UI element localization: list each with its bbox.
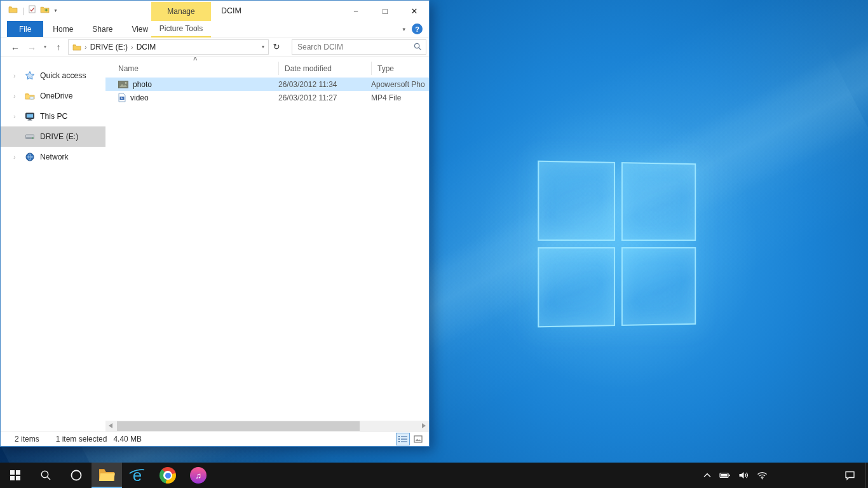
sidebar-item-drive-e[interactable]: DRIVE (E:) bbox=[1, 126, 105, 147]
large-icons-view-icon bbox=[414, 435, 423, 443]
sidebar-item-label: DRIVE (E:) bbox=[40, 132, 78, 141]
column-header-name[interactable]: Name bbox=[118, 64, 139, 73]
file-row-video[interactable]: video 26/03/2012 11:27 MP4 File bbox=[105, 91, 429, 104]
help-button[interactable]: ? bbox=[412, 24, 423, 34]
properties-icon bbox=[29, 5, 36, 13]
search-input[interactable] bbox=[292, 39, 426, 55]
folder-icon bbox=[8, 5, 18, 13]
network-wifi-icon[interactable] bbox=[757, 471, 768, 480]
taskbar: e ♫ bbox=[0, 463, 868, 488]
contextual-tab-manage[interactable]: Manage bbox=[151, 2, 211, 21]
breadcrumb-folder[interactable]: DCIM bbox=[137, 43, 156, 51]
system-tray bbox=[703, 463, 768, 488]
forward-button[interactable]: → bbox=[24, 42, 40, 52]
address-dropdown[interactable]: ▾ bbox=[262, 44, 264, 50]
chrome-button[interactable] bbox=[153, 463, 183, 488]
name-cell: video bbox=[105, 93, 278, 102]
show-desktop-button[interactable] bbox=[865, 463, 868, 488]
new-folder-button[interactable] bbox=[40, 5, 50, 15]
expand-chevron-icon[interactable]: › bbox=[13, 92, 20, 100]
address-bar[interactable]: › DRIVE (E:) › DCIM ▾ bbox=[68, 39, 269, 55]
up-button[interactable]: ↑ bbox=[50, 42, 67, 52]
taskbar-search-button[interactable] bbox=[31, 463, 61, 488]
recent-locations-dropdown[interactable]: ▾ bbox=[40, 44, 50, 50]
date-modified-cell: 26/03/2012 11:34 bbox=[278, 80, 371, 89]
expand-ribbon-button[interactable]: ▾ bbox=[402, 26, 405, 32]
maximize-button[interactable]: □ bbox=[370, 1, 400, 21]
type-cell: Apowersoft Pho bbox=[371, 80, 429, 89]
tab-picture-tools[interactable]: Picture Tools bbox=[151, 21, 211, 37]
window-title: DCIM bbox=[221, 6, 241, 15]
sidebar-item-onedrive[interactable]: › OneDrive bbox=[1, 86, 105, 106]
qat-customize-dropdown[interactable]: ▾ bbox=[54, 8, 57, 13]
new-folder-icon bbox=[40, 5, 50, 13]
status-bar: 2 items 1 item selected 4.40 MB bbox=[1, 431, 429, 446]
sidebar-item-quick-access[interactable]: › Quick access bbox=[1, 65, 105, 86]
items-count: 2 items bbox=[15, 435, 39, 444]
breadcrumb-drive[interactable]: DRIVE (E:) bbox=[90, 43, 128, 51]
column-header-type[interactable]: Type bbox=[377, 64, 394, 73]
file-name: photo bbox=[133, 80, 152, 89]
column-separator[interactable] bbox=[278, 62, 279, 75]
action-center-icon bbox=[844, 470, 855, 480]
internet-explorer-button[interactable]: e bbox=[122, 463, 153, 488]
navigation-pane: › Quick access › OneDrive › This PC bbox=[1, 57, 105, 431]
close-button[interactable]: ✕ bbox=[400, 1, 429, 21]
expand-chevron-icon[interactable]: › bbox=[13, 112, 20, 120]
sidebar-item-label: This PC bbox=[40, 112, 67, 121]
details-view-button[interactable] bbox=[396, 433, 410, 445]
action-center-button[interactable] bbox=[844, 463, 855, 488]
breadcrumb-separator: › bbox=[85, 43, 87, 51]
type-cell: MP4 File bbox=[371, 93, 429, 102]
refresh-button[interactable]: ↻ bbox=[269, 42, 284, 51]
scroll-right-arrow[interactable] bbox=[422, 423, 426, 428]
windows-start-icon bbox=[10, 470, 20, 480]
start-button[interactable] bbox=[0, 463, 31, 488]
itunes-icon: ♫ bbox=[190, 467, 207, 484]
taskbar-file-explorer-button[interactable] bbox=[92, 463, 122, 488]
this-pc-icon bbox=[25, 111, 35, 121]
search-icon[interactable] bbox=[414, 43, 422, 51]
qat-separator: | bbox=[22, 6, 24, 15]
breadcrumb-separator: › bbox=[131, 43, 133, 51]
battery-icon[interactable] bbox=[719, 471, 731, 480]
back-button[interactable]: ← bbox=[7, 42, 24, 52]
selection-size: 4.40 MB bbox=[113, 435, 142, 444]
video-file-icon bbox=[118, 93, 126, 102]
itunes-button[interactable]: ♫ bbox=[183, 463, 214, 488]
sidebar-item-label: Network bbox=[40, 152, 69, 161]
hidden-icons-chevron-icon[interactable] bbox=[703, 471, 712, 479]
column-separator[interactable] bbox=[371, 62, 372, 75]
window-controls: − □ ✕ bbox=[341, 1, 429, 21]
scroll-left-arrow[interactable] bbox=[109, 423, 112, 428]
expand-chevron-icon[interactable]: › bbox=[13, 72, 20, 79]
explorer-window-icon[interactable] bbox=[8, 5, 18, 15]
horizontal-scrollbar[interactable] bbox=[105, 421, 429, 431]
expand-chevron-icon[interactable]: › bbox=[13, 153, 20, 161]
titlebar[interactable]: | ▾ Manage DCIM − □ ✕ bbox=[1, 1, 429, 21]
volume-icon[interactable] bbox=[738, 471, 749, 480]
search-icon bbox=[40, 470, 51, 481]
large-icons-view-button[interactable] bbox=[411, 433, 425, 445]
column-header-date-modified[interactable]: Date modified bbox=[285, 64, 332, 73]
minimize-button[interactable]: − bbox=[341, 1, 370, 21]
file-explorer-window: | ▾ Manage DCIM − □ ✕ File Home Share bbox=[0, 0, 430, 447]
file-row-photo[interactable]: photo 26/03/2012 11:34 Apowersoft Pho bbox=[105, 78, 429, 91]
internet-explorer-icon: e bbox=[128, 466, 146, 484]
tab-file[interactable]: File bbox=[7, 21, 43, 37]
tab-home[interactable]: Home bbox=[43, 21, 83, 37]
desktop: | ▾ Manage DCIM − □ ✕ File Home Share bbox=[0, 0, 868, 488]
tab-share[interactable]: Share bbox=[83, 21, 122, 37]
sidebar-item-this-pc[interactable]: › This PC bbox=[1, 106, 105, 126]
sidebar-item-label: Quick access bbox=[40, 71, 86, 80]
scrollbar-thumb[interactable] bbox=[117, 421, 360, 431]
file-name: video bbox=[130, 93, 149, 102]
properties-button[interactable] bbox=[29, 5, 36, 15]
explorer-main: › Quick access › OneDrive › This PC bbox=[1, 57, 429, 431]
quick-access-star-icon bbox=[25, 71, 35, 81]
cortana-button[interactable] bbox=[61, 463, 92, 488]
sort-ascending-icon: ^ bbox=[193, 57, 197, 64]
sidebar-item-network[interactable]: › Network bbox=[1, 147, 105, 167]
address-folder-icon bbox=[72, 43, 81, 51]
ribbon-right-controls: ▾ ? bbox=[402, 21, 429, 37]
